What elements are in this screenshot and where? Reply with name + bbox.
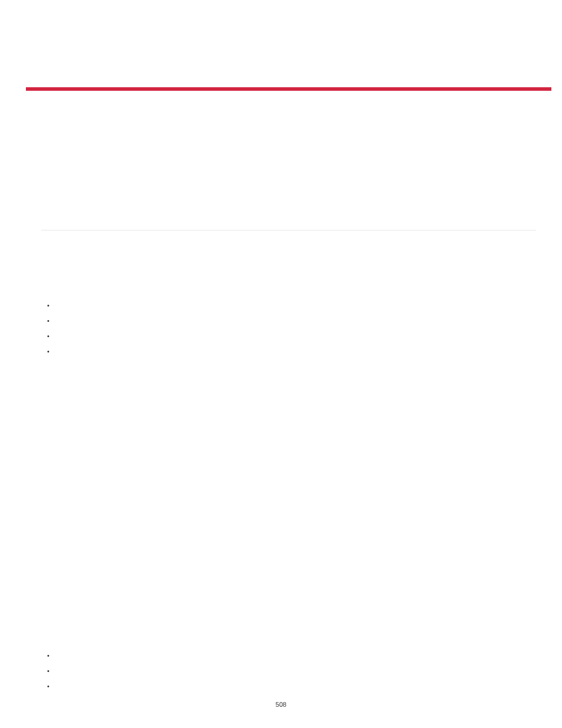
page-number-value: 508	[276, 701, 286, 708]
page-number: 508	[0, 701, 562, 708]
section-divider	[41, 230, 536, 230]
header-rule	[26, 87, 551, 91]
